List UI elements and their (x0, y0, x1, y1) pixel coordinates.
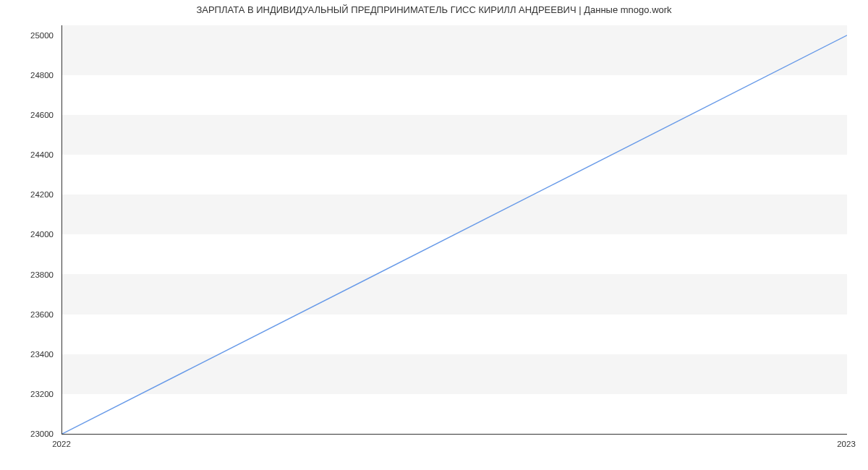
y-tick-label: 23600 (0, 310, 54, 319)
y-tick-label: 24400 (0, 150, 54, 159)
x-tick-label: 2023 (837, 440, 856, 448)
chart-container: ЗАРПЛАТА В ИНДИВИДУАЛЬНЫЙ ПРЕДПРИНИМАТЕЛ… (0, 0, 868, 470)
y-tick-label: 24600 (0, 111, 54, 119)
line-layer (62, 25, 847, 434)
x-axis: 20222023 (61, 434, 846, 456)
chart-title: ЗАРПЛАТА В ИНДИВИДУАЛЬНЫЙ ПРЕДПРИНИМАТЕЛ… (0, 4, 868, 15)
y-tick-label: 25000 (0, 31, 54, 40)
y-tick-label: 23000 (0, 430, 54, 438)
y-tick-label: 24000 (0, 230, 54, 239)
y-tick-label: 23200 (0, 390, 54, 398)
y-tick-label: 24200 (0, 190, 54, 199)
plot-area (61, 25, 847, 435)
y-axis: 2300023200234002360023800240002420024400… (0, 25, 58, 434)
data-line (62, 35, 847, 434)
y-tick-label: 23400 (0, 350, 54, 359)
x-tick-label: 2022 (52, 440, 71, 448)
y-tick-label: 24800 (0, 71, 54, 80)
y-tick-label: 23800 (0, 270, 54, 279)
